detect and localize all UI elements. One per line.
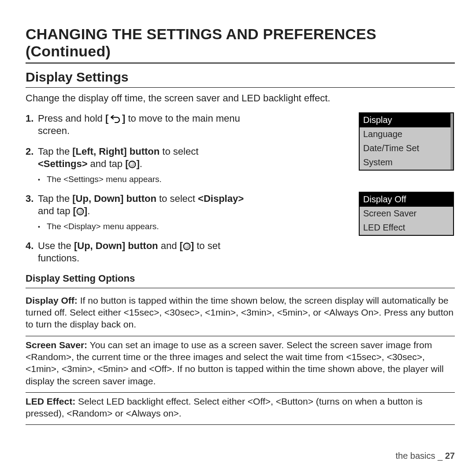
menu-item-selected: Display Off [360, 193, 453, 207]
menu-item: Date/Time Set [360, 141, 450, 156]
option-text: If no button is tapped within the time s… [26, 295, 454, 330]
step-bold: <Display> [198, 193, 244, 204]
chapter-title: CHANGING THE SETTINGS AND PREFERENCES (C… [26, 26, 455, 63]
settings-menu-screenshot: Display Language Date/Time Set System [359, 112, 454, 171]
footer-section: the basics _ [395, 451, 445, 461]
body-area: Display Language Date/Time Set System Di… [26, 112, 455, 265]
step-text: and [158, 240, 180, 251]
step-bold: <Settings> [38, 158, 87, 169]
menu-item: LED Effect [360, 221, 453, 235]
step-text: Press and hold [38, 113, 105, 124]
step-text: to select [160, 146, 198, 157]
option-label: Display Off: [26, 295, 78, 305]
steps-list: 1. Press and hold [ ] to move to the mai… [26, 112, 246, 265]
step-number: 2. [26, 145, 33, 158]
option-label: Screen Saver: [26, 340, 87, 350]
sub-step: The <Display> menu appears. [38, 221, 246, 232]
step-bold: [Up, Down] button [74, 240, 158, 251]
options-title: Display Setting Options [26, 273, 455, 288]
step-bold: [Up, Down] button [72, 193, 156, 204]
step-4: 4. Use the [Up, Down] button and [] to s… [26, 240, 246, 265]
menu-item: System [360, 156, 450, 170]
svg-point-5 [184, 244, 190, 249]
step-number: 1. [26, 112, 33, 125]
intro-text: Change the display off time, the screen … [26, 92, 455, 104]
svg-point-1 [130, 162, 135, 167]
option-led-effect: LED Effect: Select LED backlight effect.… [26, 393, 455, 425]
option-screen-saver: Screen Saver: You can set an image to us… [26, 336, 455, 393]
select-button-icon [128, 160, 136, 168]
menu-item: Language [360, 127, 450, 141]
menu-item: Screen Saver [360, 207, 453, 221]
step-text: Tap the [38, 146, 72, 157]
page-number: 27 [445, 451, 455, 461]
select-button-icon [76, 208, 84, 216]
option-display-off: Display Off: If no button is tapped with… [26, 292, 455, 336]
step-1: 1. Press and hold [ ] to move to the mai… [26, 112, 246, 138]
step-number: 4. [26, 240, 33, 253]
back-icon [111, 115, 120, 123]
option-text: You can set an image to use as a screen … [26, 340, 444, 386]
bracket-open: [ [179, 240, 182, 251]
bracket-open: [ [125, 158, 128, 169]
step-2: 2. Tap the [Left, Right] button to selec… [26, 145, 246, 185]
sub-step: The <Settings> menu appears. [38, 174, 246, 185]
display-menu-screenshot: Display Off Screen Saver LED Effect [359, 192, 454, 236]
bracket-open: [ [73, 205, 76, 216]
step-text: and tap [38, 205, 73, 216]
step-text: Use the [38, 240, 74, 251]
manual-page: CHANGING THE SETTINGS AND PREFERENCES (C… [0, 0, 476, 476]
bracket-open: [ [105, 113, 108, 124]
step-text: and tap [87, 158, 125, 169]
step-text: Tap the [38, 193, 72, 204]
svg-point-3 [78, 209, 83, 214]
step-text: to select [156, 193, 198, 204]
select-button-icon [183, 242, 191, 250]
bracket-close: ] [136, 158, 139, 169]
menu-item-selected: Display [360, 113, 450, 127]
step-text: . [87, 205, 90, 216]
option-text: Select LED backlight effect. Select eith… [26, 396, 422, 418]
option-label: LED Effect: [26, 396, 75, 406]
page-footer: the basics _ 27 [395, 451, 455, 461]
step-bold: [Left, Right] button [72, 146, 160, 157]
step-text: . [140, 158, 142, 169]
section-title: Display Settings [26, 70, 455, 88]
step-3: 3. Tap the [Up, Down] button to select <… [26, 193, 246, 232]
step-number: 3. [26, 193, 33, 205]
